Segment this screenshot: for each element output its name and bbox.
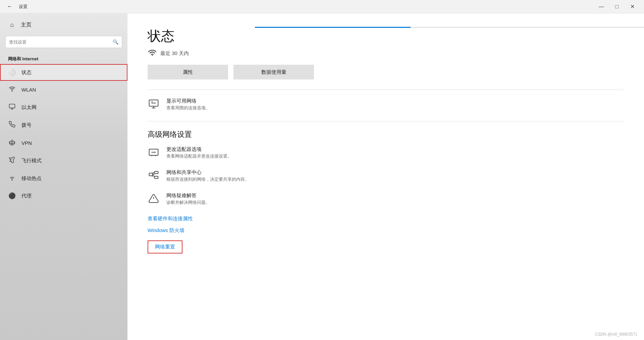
sidebar-item-hotspot[interactable]: 移动热点 [0,170,127,187]
sidebar-item-status[interactable]: ⚪ 状态 [0,64,127,81]
title-bar-title: 设置 [19,4,28,10]
svg-rect-11 [155,176,158,179]
hardware-link[interactable]: 查看硬件和连接属性 [148,216,624,222]
sidebar-item-label-airplane: 飞行模式 [21,158,42,164]
sharing-sub: 根据所连接到的网络，决定要共享的内容。 [166,176,249,182]
sidebar-item-label-hotspot: 移动热点 [21,175,42,182]
svg-rect-1 [9,104,15,108]
close-button[interactable]: ✕ [625,1,640,12]
restore-button[interactable]: □ [609,1,625,12]
watermark: CSDN @m0_68903571 [595,332,637,337]
action-buttons: 属性 数据使用量 [148,65,624,79]
sharing-item[interactable]: 网络和共享中心 根据所连接到的网络，决定要共享的内容。 [148,169,624,183]
monitor-icon [8,103,16,112]
show-networks-sub: 查看周围的连接选项。 [166,105,210,111]
show-networks-item[interactable]: 显示可用网络 查看周围的连接选项。 [148,98,624,112]
network-reset-link[interactable]: 网络重置 [148,240,182,253]
divider-1 [148,90,624,90]
progress-bar-fill [255,27,411,28]
adapter-item[interactable]: 更改适配器选项 查看网络适配器并更改连接设置。 [148,146,624,160]
troubleshoot-title: 网络疑难解答 [166,192,210,199]
vpn-icon [8,139,16,147]
data-usage-button[interactable]: 数据使用量 [233,65,314,79]
sidebar-item-dialup[interactable]: 拨号 [0,116,127,134]
firewall-link[interactable]: Windows 防火墙 [148,227,624,234]
home-icon: ⌂ [8,21,16,29]
globe-icon: ⚪ [8,69,16,76]
svg-point-0 [12,91,12,92]
sidebar-item-label-vpn: VPN [21,140,32,146]
sidebar-search-box[interactable]: 🔍 [5,36,122,48]
status-period-text: 最近 30 天内 [160,50,189,57]
progress-bar-area [255,27,644,28]
show-networks-icon [148,99,160,112]
adapter-title: 更改适配器选项 [166,146,232,153]
back-button[interactable]: ← [4,2,15,11]
adapter-sub: 查看网络适配器并更改连接设置。 [166,153,232,159]
content-area: 状态 最近 30 天内 属性 数据使用量 [127,13,644,340]
sidebar-item-vpn[interactable]: VPN [0,134,127,152]
advanced-section-title: 高级网络设置 [148,129,624,139]
sidebar-section-title: 网络和 Internet [0,53,127,64]
troubleshoot-icon [148,193,160,206]
sidebar-item-label-ethernet: 以太网 [21,104,37,111]
title-bar: ← 设置 — □ ✕ [0,0,644,13]
adapter-icon [148,147,160,160]
svg-rect-9 [149,173,153,176]
show-networks-title: 显示可用网络 [166,98,210,104]
app-body: ⌂ 主页 🔍 网络和 Internet ⚪ 状态 WLAN [0,13,644,340]
airplane-icon [8,157,16,165]
title-bar-left: ← 设置 [4,2,28,11]
svg-point-6 [152,55,153,56]
sharing-title: 网络和共享中心 [166,169,249,176]
wifi-status-icon [148,49,157,58]
wifi-icon [8,86,16,94]
sharing-icon [148,170,160,183]
proxy-icon: ⚫ [8,192,16,200]
minimize-button[interactable]: — [594,1,609,12]
sidebar-home-label: 主页 [21,21,32,29]
svg-point-5 [12,180,12,180]
svg-rect-10 [155,171,158,174]
sidebar-item-label-status: 状态 [21,69,32,76]
sidebar-item-airplane[interactable]: 飞行模式 [0,152,127,170]
sidebar-home-item[interactable]: ⌂ 主页 [0,17,127,33]
search-input[interactable] [9,40,113,45]
content-wrapper: 状态 最近 30 天内 属性 数据使用量 [127,13,644,340]
troubleshoot-sub: 诊断并解决网络问题。 [166,200,210,206]
status-bar: 最近 30 天内 [148,49,624,58]
hotspot-icon [8,174,16,183]
sidebar-item-label-proxy: 代理 [21,193,32,199]
sidebar-item-label-wlan: WLAN [21,87,36,93]
page-title: 状态 [148,27,624,45]
title-bar-controls: — □ ✕ [594,1,640,12]
divider-2 [148,121,624,121]
sidebar-item-wlan[interactable]: WLAN [0,81,127,99]
dialup-icon [8,121,16,129]
sidebar-item-label-dialup: 拨号 [21,122,32,128]
troubleshoot-item[interactable]: 网络疑难解答 诊断并解决网络问题。 [148,192,624,206]
search-icon: 🔍 [113,39,118,45]
sidebar-item-proxy[interactable]: ⚫ 代理 [0,187,127,204]
sidebar-item-ethernet[interactable]: 以太网 [0,99,127,116]
properties-button[interactable]: 属性 [148,65,228,79]
sidebar: ⌂ 主页 🔍 网络和 Internet ⚪ 状态 WLAN [0,13,127,340]
